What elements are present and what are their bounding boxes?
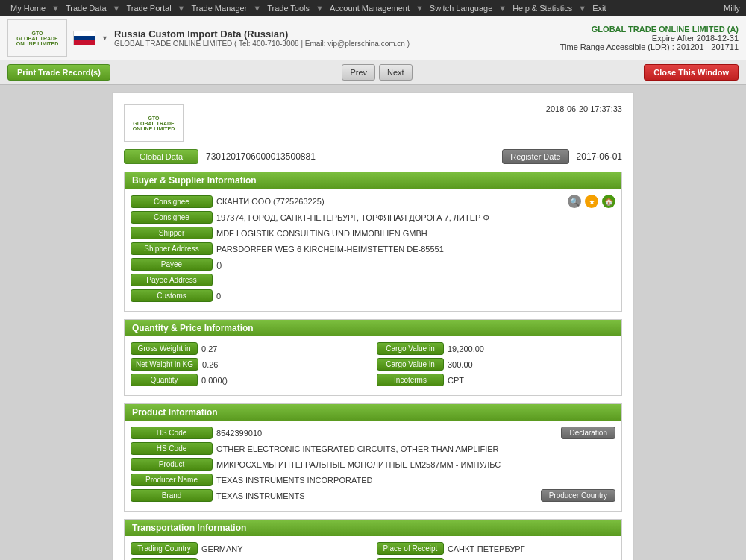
producer-name-value: TEXAS INSTRUMENTS INCORPORATED <box>216 476 615 485</box>
nav-tradeportal[interactable]: Trade Portal <box>122 2 175 14</box>
expire-info: Expire After 2018-12-31 <box>560 34 739 43</box>
gross-weight-value: 0.27 <box>201 345 217 353</box>
top-navigation: My Home ▼ Trade Data ▼ Trade Portal ▼ Tr… <box>0 0 746 16</box>
consignee2-label: Consignee <box>131 211 213 224</box>
buyer-supplier-section: Buyer & Supplier Information Consignee С… <box>124 172 622 312</box>
buyer-supplier-body: Consignee СКАНТИ ООО (7725263225) 🔍 ★ 🏠 … <box>125 189 621 311</box>
field-row-consignee2: Consignee 197374, ГОРОД, САНКТ-ПЕТЕРБУРГ… <box>131 211 615 224</box>
field-row-shipper: Shipper MDF LOGISTIK CONSULTING UND IMMO… <box>131 227 615 239</box>
cargo-value2-value: 300.00 <box>448 360 473 369</box>
shipper-value: MDF LOGISTIK CONSULTING UND IMMOBILIEN G… <box>216 229 615 238</box>
brand-value: TEXAS INSTRUMENTS <box>216 491 537 500</box>
nav-exit[interactable]: Exit <box>588 2 610 14</box>
place-receipt-value: САНКТ-ПЕТЕРБУРГ <box>448 544 525 553</box>
producer-name-label: Producer Name <box>131 474 213 486</box>
brand-name: GLOBAL TRADE ONLINE LIMITED (A) <box>560 25 739 34</box>
qty-row1: Gross Weight in 0.27 Cargo Value in 19,2… <box>131 342 615 355</box>
russia-flag <box>73 31 95 45</box>
payee-label: Payee <box>131 258 213 271</box>
logo: GTOGLOBAL TRADEONLINE LIMITED <box>7 19 67 57</box>
nav-help[interactable]: Help & Statistics <box>508 2 577 14</box>
global-data-row: Global Data 7301201706000013500881 Regis… <box>124 149 622 164</box>
nav-tradetools[interactable]: Trade Tools <box>263 2 314 14</box>
nav-account[interactable]: Account Management <box>325 2 414 14</box>
hscode1-value: 8542399010 <box>216 429 557 438</box>
home-icon[interactable]: 🏠 <box>602 195 615 208</box>
nav-myhome[interactable]: My Home <box>6 2 50 14</box>
flag-indicator: ▼ <box>101 34 108 42</box>
place-receipt-label: Place of Receipt <box>377 542 444 555</box>
nav-tradedata[interactable]: Trade Data <box>61 2 111 14</box>
brand-label: Brand <box>131 489 213 502</box>
search-icon[interactable]: 🔍 <box>568 195 581 208</box>
consignee1-label: Consignee <box>131 195 213 208</box>
time-range: Time Range Accessible (LDR) : 201201 - 2… <box>560 43 739 51</box>
quantity-price-header: Quantity & Price Information <box>125 320 621 336</box>
quantity-value: 0.000() <box>201 376 228 385</box>
hscode2-label: HS Code <box>131 442 213 455</box>
customs-label: Customs <box>131 289 213 302</box>
quantity-label: Quantity <box>131 374 198 386</box>
quantity-price-body: Gross Weight in 0.27 Cargo Value in 19,2… <box>125 336 621 395</box>
record-header: GTOGLOBAL TRADEONLINE LIMITED 2018-06-20… <box>124 104 622 142</box>
quantity-price-section: Quantity & Price Information Gross Weigh… <box>124 319 622 396</box>
record-logo-text: GTOGLOBAL TRADEONLINE LIMITED <box>133 116 175 131</box>
net-weight-label: Net Weight in KG <box>131 358 198 371</box>
close-button[interactable]: Close This Window <box>644 64 739 81</box>
qty-row2: Net Weight in KG 0.26 Cargo Value in 300… <box>131 358 615 371</box>
cargo-value1-label: Cargo Value in <box>377 342 444 355</box>
customs-value: 0 <box>216 292 615 301</box>
buyer-supplier-header: Buyer & Supplier Information <box>125 172 621 189</box>
gross-weight-label: Gross Weight in <box>131 342 198 355</box>
field-row-consignee1: Consignee СКАНТИ ООО (7725263225) 🔍 ★ 🏠 <box>131 195 615 208</box>
main-content: GTOGLOBAL TRADEONLINE LIMITED 2018-06-20… <box>0 85 746 560</box>
nav-trademanager[interactable]: Trade Manager <box>186 2 251 14</box>
field-row-producer-name: Producer Name TEXAS INSTRUMENTS INCORPOR… <box>131 474 615 486</box>
nav-user: Milly <box>724 4 740 13</box>
star-icon[interactable]: ★ <box>585 195 598 208</box>
product-body: HS Code 8542399010 Declaration HS Code O… <box>125 421 621 511</box>
hscode1-label: HS Code <box>131 427 213 439</box>
logo-text: GTOGLOBAL TRADEONLINE LIMITED <box>16 31 58 46</box>
field-row-payee-address: Payee Address <box>131 274 615 286</box>
product-value: МИКРОСХЕМЫ ИНТЕГРАЛЬНЫЕ МОНОЛИТНЫЕ LM258… <box>216 460 615 469</box>
field-row-payee: Payee () <box>131 258 615 271</box>
record-container: GTOGLOBAL TRADEONLINE LIMITED 2018-06-20… <box>112 92 634 560</box>
shipper-address-value: PARSDORFER WEG 6 KIRCHEIM-HEIMSTETTEN DE… <box>216 245 615 254</box>
shipper-address-label: Shipper Address <box>131 242 213 255</box>
prev-button[interactable]: Prev <box>342 64 375 81</box>
transportation-body: Trading Country GERMANY Place of Receipt… <box>125 536 621 560</box>
field-row-customs: Customs 0 <box>131 289 615 302</box>
product-header: Product Information <box>125 404 621 421</box>
trading-country-label: Trading Country <box>131 542 198 555</box>
top-toolbar: Print Trade Record(s) Prev Next Close Th… <box>0 60 746 85</box>
payee-value: () <box>216 260 615 269</box>
global-data-label: Global Data <box>124 149 198 164</box>
shipper-label: Shipper <box>131 227 213 239</box>
payee-address-label: Payee Address <box>131 274 213 286</box>
consignee1-value: СКАНТИ ООО (7725263225) <box>216 197 560 206</box>
consignee2-value: 197374, ГОРОД, САНКТ-ПЕТЕРБУРГ, ТОРФЯНАЯ… <box>216 213 615 222</box>
incoterms-value: CPT <box>448 376 464 385</box>
declaration-button[interactable]: Declaration <box>561 427 615 439</box>
hscode2-value: OTHER ELECTRONIC INTEGRATED CIRCUITS, OT… <box>216 444 615 453</box>
cargo-value1-value: 19,200.00 <box>448 345 484 353</box>
net-weight-value: 0.26 <box>202 360 218 369</box>
transportation-section: Transportation Information Trading Count… <box>124 519 622 560</box>
record-datetime: 2018-06-20 17:37:33 <box>546 104 622 113</box>
company-info: GLOBAL TRADE ONLINE LIMITED ( Tel: 400-7… <box>114 40 410 48</box>
register-date-value: 2017-06-01 <box>577 151 622 162</box>
global-data-value: 7301201706000013500881 <box>206 151 316 162</box>
register-date-label: Register Date <box>502 149 568 164</box>
nav-language[interactable]: Switch Language <box>425 2 497 14</box>
field-row-brand: Brand TEXAS INSTRUMENTS Producer Country <box>131 489 615 502</box>
field-row-hscode2: HS Code OTHER ELECTRONIC INTEGRATED CIRC… <box>131 442 615 455</box>
qty-row3: Quantity 0.000() Incoterms CPT <box>131 374 615 386</box>
print-button[interactable]: Print Trade Record(s) <box>7 64 110 81</box>
next-button[interactable]: Next <box>379 64 413 81</box>
page-title: Russia Custom Import Data (Russian) <box>114 28 410 40</box>
consignee-icons: 🔍 ★ 🏠 <box>568 195 615 208</box>
trading-country-value: GERMANY <box>201 544 243 553</box>
field-row-hscode1: HS Code 8542399010 Declaration <box>131 427 615 439</box>
producer-country-button[interactable]: Producer Country <box>541 489 615 502</box>
